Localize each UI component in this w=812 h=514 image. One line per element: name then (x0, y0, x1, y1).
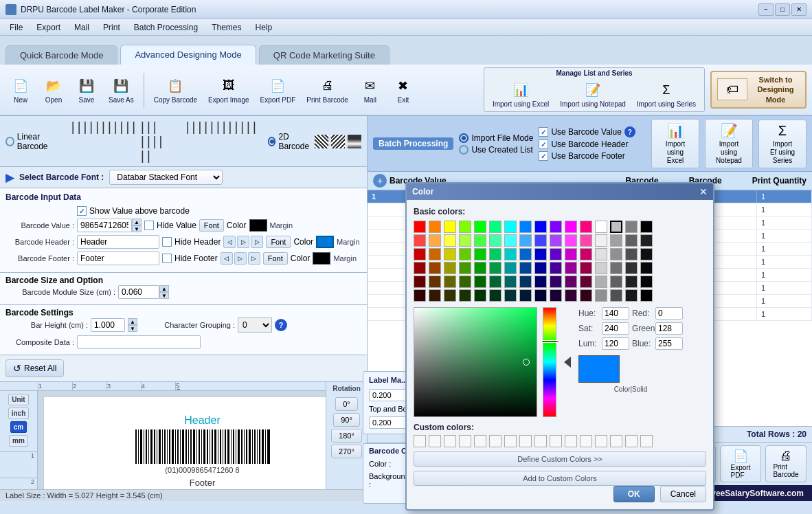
sat-input[interactable] (602, 322, 629, 335)
basic-color-cell[interactable] (534, 248, 547, 260)
basic-color-cell[interactable] (459, 289, 471, 302)
basic-color-cell[interactable] (474, 234, 486, 247)
basic-color-cell[interactable] (625, 234, 638, 247)
barcode-header-input[interactable] (77, 235, 159, 249)
rotation-270-button[interactable]: 270° (331, 445, 362, 458)
close-button[interactable]: ✕ (791, 3, 807, 16)
basic-color-cell[interactable] (444, 289, 456, 302)
module-up[interactable]: ▲ (159, 285, 169, 292)
custom-color-cell[interactable] (595, 435, 607, 447)
module-size-spinner[interactable]: ▲ ▼ (159, 285, 169, 299)
value-spinner[interactable]: ▲ ▼ (132, 219, 142, 232)
print-barcode-bottom-btn[interactable]: 🖨 PrintBarcode (765, 445, 807, 482)
define-custom-colors-button[interactable]: Define Custom Colors >> (414, 451, 706, 467)
basic-color-cell[interactable] (565, 234, 577, 247)
barcode-footer-input[interactable] (77, 252, 159, 265)
unit-label-cm[interactable]: cm (10, 421, 27, 433)
hide-footer-checkbox[interactable] (162, 254, 172, 263)
add-to-custom-colors-button[interactable]: Add to Custom Colors (414, 471, 706, 486)
import-excel-btn[interactable]: 📊 ImportusingExcel (651, 119, 699, 168)
barcode-value-input[interactable] (77, 219, 132, 232)
basic-color-cell[interactable] (580, 262, 592, 274)
copy-barcode-button[interactable]: 📋 Copy Barcode (150, 74, 201, 106)
value-font-button[interactable]: Font (199, 219, 224, 232)
basic-color-cell[interactable] (504, 289, 517, 302)
basic-color-cell[interactable] (595, 234, 607, 247)
basic-color-cell[interactable] (429, 276, 441, 288)
basic-color-cell[interactable] (534, 262, 547, 274)
basic-color-cell[interactable] (610, 289, 622, 302)
basic-color-cell[interactable] (414, 221, 426, 233)
export-pdf-button[interactable]: 📄 Export PDF (256, 74, 300, 106)
save-button[interactable]: 💾 Save (71, 74, 102, 106)
basic-color-cell[interactable] (580, 276, 592, 288)
basic-color-cell[interactable] (595, 221, 607, 233)
basic-color-cell[interactable] (489, 289, 501, 302)
composite-input[interactable] (77, 335, 201, 349)
basic-color-cell[interactable] (504, 262, 517, 274)
basic-color-cell[interactable] (640, 221, 653, 233)
import-notepad-button[interactable]: 📝 Import using Notepad (556, 78, 630, 110)
basic-color-cell[interactable] (429, 234, 441, 247)
basic-color-cell[interactable] (534, 276, 547, 288)
module-down[interactable]: ▼ (159, 292, 169, 299)
basic-color-cell[interactable] (489, 234, 501, 247)
custom-color-cell[interactable] (414, 435, 426, 447)
basic-color-cell[interactable] (504, 248, 517, 260)
basic-color-cell[interactable] (429, 262, 441, 274)
footer-align-left[interactable]: ◁ (221, 252, 233, 265)
import-file-radio[interactable]: Import File Mode (459, 133, 533, 143)
open-button[interactable]: 📂 Open (38, 74, 69, 106)
custom-color-cell[interactable] (625, 435, 638, 447)
unit-label-mm[interactable]: mm (9, 435, 28, 447)
basic-color-cell[interactable] (444, 276, 456, 288)
basic-color-cell[interactable] (640, 262, 653, 274)
basic-color-cell[interactable] (565, 276, 577, 288)
basic-color-cell[interactable] (519, 221, 532, 233)
basic-color-cell[interactable] (625, 248, 638, 260)
basic-color-cell[interactable] (414, 234, 426, 247)
basic-color-cell[interactable] (640, 248, 653, 260)
basic-color-cell[interactable] (565, 248, 577, 260)
basic-color-cell[interactable] (565, 289, 577, 302)
linear-barcode-radio[interactable]: Linear Barcode ||||||||||| ||| |||| || |… (5, 120, 257, 163)
basic-color-cell[interactable] (640, 234, 653, 247)
use-value-checkbox[interactable] (539, 127, 548, 137)
custom-color-cell[interactable] (534, 435, 547, 447)
header-align-left[interactable]: ◁ (223, 236, 236, 248)
custom-color-cell[interactable] (474, 435, 486, 447)
hide-value-checkbox[interactable] (144, 221, 154, 230)
basic-color-cell[interactable] (444, 262, 456, 274)
basic-color-cell[interactable] (444, 248, 456, 260)
cancel-button[interactable]: Cancel (660, 486, 706, 502)
header-align-center[interactable]: ▷ (237, 236, 249, 248)
top-bottom-input[interactable] (369, 416, 407, 429)
tab-advanced-designing[interactable]: Advanced Designing Mode (120, 45, 256, 65)
menu-batch[interactable]: Batch Processing (127, 21, 205, 34)
basic-color-cell[interactable] (550, 276, 562, 288)
basic-color-cell[interactable] (429, 289, 441, 302)
basic-color-cell[interactable] (550, 234, 562, 247)
export-image-button[interactable]: 🖼 Export Image (204, 74, 253, 106)
custom-color-cell[interactable] (444, 435, 456, 447)
menu-themes[interactable]: Themes (205, 21, 248, 34)
basic-color-cell[interactable] (459, 221, 471, 233)
rotation-0-button[interactable]: 0° (335, 397, 358, 411)
custom-color-cell[interactable] (610, 435, 622, 447)
hide-header-checkbox[interactable] (162, 237, 172, 247)
basic-color-cell[interactable] (580, 248, 592, 260)
use-created-radio[interactable]: Use Created List (459, 145, 533, 155)
minimize-button[interactable]: − (758, 3, 774, 16)
rotation-180-button[interactable]: 180° (331, 429, 362, 443)
value-color-swatch[interactable] (249, 219, 267, 232)
blue-input[interactable] (655, 337, 683, 350)
basic-color-cell[interactable] (489, 248, 501, 260)
basic-color-cell[interactable] (550, 248, 562, 260)
basic-color-cell[interactable] (625, 262, 638, 274)
bar-height-spinner[interactable]: ▲ ▼ (128, 318, 137, 332)
char-grouping-select[interactable]: 0 (238, 317, 272, 333)
lum-input[interactable] (602, 337, 629, 350)
basic-color-cell[interactable] (610, 221, 622, 233)
unit-label-inch[interactable]: inch (8, 407, 30, 419)
basic-color-cell[interactable] (459, 248, 471, 260)
